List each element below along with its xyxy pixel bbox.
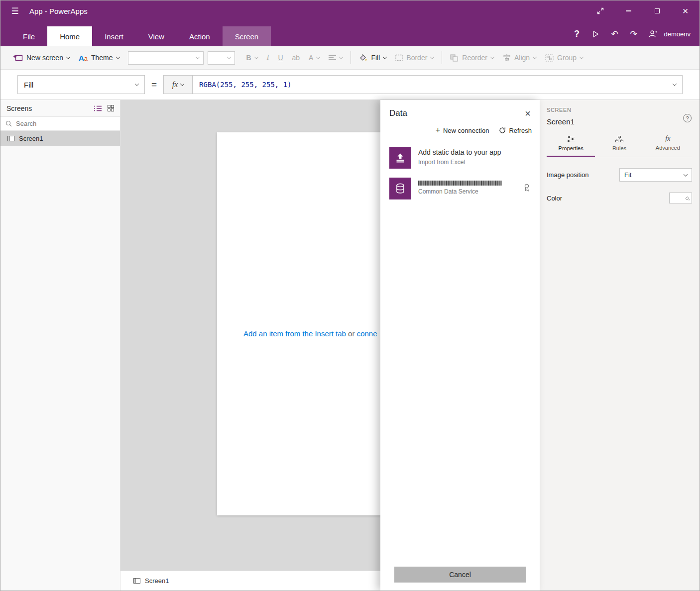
chevron-down-icon	[180, 82, 184, 86]
cancel-button[interactable]: Cancel	[394, 567, 526, 583]
strikethrough-button[interactable]: ab	[288, 51, 305, 65]
share-user-button[interactable]	[643, 24, 662, 43]
equals-sign: =	[151, 79, 157, 90]
close-window-button[interactable]: ×	[671, 0, 700, 21]
refresh-button[interactable]: Refresh	[499, 126, 532, 134]
undo-button[interactable]: ↶	[605, 24, 624, 43]
tab-insert[interactable]: Insert	[92, 26, 136, 46]
font-size-dropdown[interactable]	[208, 51, 235, 65]
titlebar: ☰ App - PowerApps ×	[0, 0, 700, 21]
fill-bucket-icon	[359, 54, 367, 62]
tab-home[interactable]: Home	[47, 26, 92, 46]
theme-button[interactable]: Aa Theme	[74, 51, 124, 65]
minimize-icon	[626, 10, 631, 11]
sliders-icon	[567, 136, 575, 142]
window-title: App - PowerApps	[29, 7, 88, 15]
minimize-button[interactable]	[614, 0, 643, 21]
property-selector-dropdown[interactable]: Fill	[17, 75, 145, 94]
cds-connection-item[interactable]: Common Data Service	[380, 173, 540, 204]
chevron-down-icon	[684, 172, 688, 176]
maximize-button[interactable]	[643, 0, 671, 21]
data-panel-actions: + New connection Refresh	[380, 121, 540, 142]
bold-button[interactable]: B	[242, 51, 262, 65]
theme-label: Theme	[91, 54, 113, 62]
tree-view-icon[interactable]	[94, 105, 102, 111]
fx-function-button[interactable]: fx	[164, 76, 193, 94]
preview-play-button[interactable]	[586, 24, 605, 43]
fill-label: Fill	[371, 54, 380, 62]
chevron-down-icon	[490, 55, 494, 59]
screen-thumbnail-icon	[133, 578, 140, 584]
italic-button[interactable]: I	[262, 51, 274, 65]
chevron-down-icon	[66, 55, 70, 59]
search-icon	[5, 120, 12, 127]
chevron-down-icon	[227, 55, 231, 59]
screens-search	[0, 116, 120, 131]
tab-screen[interactable]: Screen	[223, 26, 271, 46]
new-screen-button[interactable]: New screen	[8, 51, 74, 65]
formula-expand-button[interactable]	[667, 83, 682, 86]
window-controls: ×	[586, 0, 700, 21]
database-icon	[389, 178, 411, 199]
cds-subtitle: Common Data Service	[418, 188, 502, 195]
image-position-row: Image position Fit	[547, 168, 692, 182]
underline-button[interactable]: U	[273, 51, 287, 65]
fx-icon: fx	[665, 136, 670, 142]
hamburger-menu-icon[interactable]: ☰	[0, 0, 29, 21]
group-button[interactable]: Group	[541, 51, 587, 65]
screens-sidebar: Screens	[0, 100, 120, 591]
search-input[interactable]	[16, 120, 101, 127]
chevron-down-icon	[135, 82, 139, 86]
tab-file[interactable]: File	[10, 26, 47, 46]
properties-panel: SCREEN ? Screen1 Properties	[539, 100, 700, 591]
fill-button[interactable]: Fill	[354, 51, 391, 65]
font-family-dropdown[interactable]	[128, 51, 204, 65]
static-data-item[interactable]: Add static data to your app Import from …	[380, 142, 540, 173]
insert-tab-link[interactable]: Add an item from the Insert tab	[243, 329, 346, 338]
border-icon	[395, 54, 403, 61]
text-align-button[interactable]	[324, 52, 347, 64]
formula-input[interactable]: RGBA(255, 255, 255, 1)	[193, 81, 667, 89]
reorder-button[interactable]: Reorder	[446, 51, 498, 65]
theme-icon: Aa	[79, 54, 88, 62]
font-color-icon: A	[309, 54, 313, 62]
toolbar-separator	[442, 51, 442, 64]
tab-view[interactable]: View	[136, 26, 177, 46]
fullscreen-icon[interactable]	[586, 0, 614, 21]
connection-name-redacted	[418, 181, 502, 186]
chevron-down-icon	[116, 55, 119, 59]
tab-properties[interactable]: Properties	[547, 132, 595, 157]
thumbnail-view-icon[interactable]	[108, 105, 114, 111]
static-data-subtitle: Import from Excel	[418, 159, 501, 166]
help-circle-icon[interactable]: ?	[683, 114, 692, 122]
toolbar-separator	[350, 51, 351, 64]
screens-header: Screens	[0, 100, 120, 116]
fill-color-icon	[685, 196, 690, 201]
border-button[interactable]: Border	[391, 51, 438, 65]
connect-to-data-link[interactable]: conne	[357, 329, 377, 338]
data-panel: Data × + New connection Refresh	[380, 100, 540, 591]
static-data-title: Add static data to your app	[418, 148, 501, 156]
fx-icon: fx	[172, 80, 178, 89]
tab-rules-label: Rules	[612, 145, 626, 151]
font-color-button[interactable]: A	[304, 51, 324, 65]
help-button[interactable]: ?	[568, 24, 586, 43]
chevron-down-icon	[533, 55, 537, 59]
tab-advanced[interactable]: fx Advanced	[644, 132, 692, 157]
image-position-dropdown[interactable]: Fit	[619, 168, 692, 182]
static-data-import-icon	[389, 147, 411, 169]
bold-icon: B	[246, 54, 251, 62]
align-label: Align	[514, 54, 530, 62]
tab-action[interactable]: Action	[177, 26, 223, 46]
tab-rules[interactable]: Rules	[595, 132, 643, 157]
environment-name[interactable]: demoenv	[664, 30, 691, 38]
hint-or-text: or	[348, 329, 354, 338]
new-connection-button[interactable]: + New connection	[436, 126, 489, 134]
redo-button[interactable]: ↷	[624, 24, 643, 43]
color-swatch-button[interactable]	[669, 193, 692, 203]
close-icon[interactable]: ×	[525, 108, 531, 118]
sidebar-item-screen1[interactable]: Screen1	[0, 131, 120, 146]
align-objects-icon	[503, 54, 511, 61]
align-button[interactable]: Align	[498, 51, 541, 65]
selected-property: Fill	[24, 81, 33, 89]
